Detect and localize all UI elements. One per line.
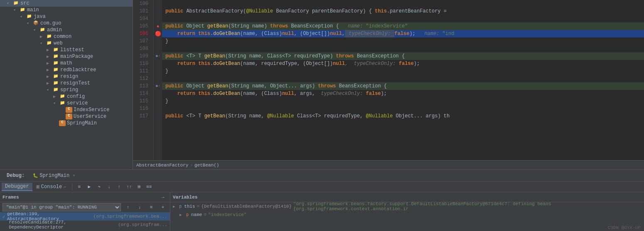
type-obj-117: Object	[396, 112, 414, 120]
var-item-this[interactable]: ▶ p this = {DefaultListableBeanFactory@1…	[170, 202, 644, 211]
tree-arrow-redblacktree: ▶	[47, 67, 52, 72]
tree-item-admin[interactable]: ▾ 📁 admin	[0, 27, 133, 33]
tree-item-indexservice[interactable]: C IndexService	[0, 107, 133, 113]
java-icon-indexservice: C	[66, 107, 72, 113]
indent-106	[165, 30, 177, 37]
kw-this-106: this	[198, 30, 210, 37]
btn-settings[interactable]: ≡≡	[145, 183, 154, 191]
kw-public-113: public	[165, 82, 186, 90]
frames-header: Frames →	[0, 192, 170, 202]
folder-icon-resigntest: 📁	[52, 80, 59, 86]
debug-close-icon[interactable]: ✕	[73, 173, 75, 178]
gutter-107	[154, 37, 162, 45]
comma2-106: ,	[342, 30, 345, 37]
btn-thread-down[interactable]: ↓	[135, 203, 144, 211]
tree-item-resigntest[interactable]: ▶ 📁 resignTest	[0, 80, 133, 87]
frame-class-getbean: (org.springframework.bea...	[93, 214, 167, 219]
gutter-110	[154, 60, 162, 67]
tree-item-redblacktree[interactable]: ▶ 📁 redblacktree	[0, 67, 133, 73]
gutter-104	[154, 15, 162, 22]
var-eq-this: =	[197, 204, 200, 209]
tree-item-listtest[interactable]: ▶ 📁 listtest	[0, 47, 133, 53]
btn-step-into[interactable]: ↓	[105, 183, 114, 191]
method-getbean-105: getBean	[207, 22, 228, 30]
tree-item-main[interactable]: ▾ 📁 main	[0, 7, 133, 13]
type-string-105: String	[231, 22, 252, 30]
frames-list: "main"@1 in group "main": RUNNING ↑ ↓ ≡ …	[0, 202, 170, 231]
frame-name-resolvecandidate: resolveCandidate:277, DependencyDescript…	[9, 220, 118, 230]
folder-icon-admin: 📁	[39, 27, 46, 33]
type-string-117: String	[228, 112, 249, 120]
btn-rerun[interactable]: ≡	[75, 183, 84, 191]
tree-item-common[interactable]: ▶ 📁 common	[0, 33, 133, 40]
tree-label-mainpackage: mainPackage	[60, 54, 93, 60]
btn-step-out[interactable]: ↑	[115, 183, 124, 191]
var-item-name[interactable]: ▶ p name = "indexService"	[170, 211, 644, 219]
ln-117: 117	[133, 112, 150, 120]
type-class-117: Class	[297, 112, 312, 120]
debug-session-icon: 🐛	[33, 173, 38, 178]
tree-item-math[interactable]: ▶ 📁 math	[0, 60, 133, 67]
tree-label-math: math	[60, 60, 72, 66]
btn-step-over[interactable]: ↷	[95, 183, 104, 191]
variables-panel: Variables ▶ p this = {DefaultListableBea…	[170, 192, 644, 231]
hint-type-110: , typeCheckOnly:	[345, 60, 399, 67]
indent-114	[165, 90, 177, 97]
tree-item-spring[interactable]: ▾ 📁 spring	[0, 87, 133, 93]
generic2-117: <T> requiredType,	[312, 112, 366, 120]
tree-item-src[interactable]: ▾ 📁 src	[0, 0, 133, 7]
frame-item-resolvecandidate[interactable]: resolveCandidate:277, DependencyDescript…	[0, 221, 170, 229]
btn-thread-add[interactable]: +	[158, 203, 167, 211]
btn-thread-up[interactable]: ↑	[123, 203, 133, 211]
hint-name-106: name:	[415, 30, 442, 37]
btn-frame-up[interactable]: →	[158, 193, 167, 201]
tree-arrow-src: ▾	[7, 1, 12, 6]
thread-select[interactable]: "main"@1 in group "main": RUNNING	[2, 203, 121, 211]
btn-resume[interactable]: ▶	[85, 183, 94, 191]
tree-item-java[interactable]: ▾ 📁 java	[0, 13, 133, 20]
method-dogetbean-106: doGetBean	[213, 30, 240, 37]
kw-public-105: public	[165, 22, 186, 30]
folder-icon-math: 📁	[52, 60, 59, 66]
folder-icon-redblacktree: 📁	[52, 67, 59, 73]
gutter-115	[154, 97, 162, 105]
btn-run-cursor[interactable]: ↑↑	[125, 183, 134, 191]
sig-109: (	[225, 52, 228, 60]
var-name-this: this	[184, 204, 195, 209]
tree-item-web[interactable]: ▾ 📁 web	[0, 40, 133, 47]
tree-item-service[interactable]: ▾ 📁 service	[0, 100, 133, 107]
tree-arrow-service: ▾	[53, 101, 59, 106]
code-line-101: public AbstractBeanFactory( @Nullable Be…	[162, 7, 644, 15]
tab-console[interactable]: ▦ Console ↵	[33, 183, 69, 191]
breadcrumb-method: getBean()	[194, 163, 219, 168]
tree-item-resign[interactable]: ▶ 📁 resign	[0, 73, 133, 80]
tree-label-redblacktree: redblacktree	[60, 67, 96, 73]
args-106: (name, (Class)	[240, 30, 282, 37]
gutter-108	[154, 45, 162, 52]
java-icon-userservice: C	[66, 114, 72, 119]
debug-toolbar: Debugger ▦ Console ↵ ≡ ▶ ↷ ↓ ↑ ↑↑ ⊞ ≡≡	[0, 181, 644, 192]
breakpoint-bookmark-106: 🔴	[155, 31, 161, 37]
tree-label-main: main	[27, 7, 39, 13]
breadcrumb: AbstractBeanFactory › getBean()	[133, 160, 644, 169]
frame-item-getbean[interactable]: ✓ getBean:199, AbstractBeanFactory (org.…	[0, 212, 170, 221]
tree-arrow-java: ▾	[20, 14, 26, 19]
tab-debugger[interactable]: Debugger	[2, 183, 32, 191]
tree-item-mainpackage[interactable]: ▶ 📁 mainPackage	[0, 53, 133, 60]
btn-thread-filter[interactable]: ≡	[147, 203, 156, 211]
tree-label-comguo: com.guo	[40, 20, 61, 26]
tree-item-springmain[interactable]: C SpringMain	[0, 120, 133, 127]
debug-session-tab[interactable]: 🐛 SpringMain ✕	[29, 172, 78, 179]
brace-111: }	[165, 67, 168, 75]
tree-label-common: common	[54, 34, 71, 40]
tree-arrow-resign: ▶	[47, 74, 52, 79]
tree-item-config[interactable]: ▶ 📁 config	[0, 93, 133, 100]
variables-title: Variables	[173, 195, 197, 200]
console-tab-label: Console	[41, 184, 62, 190]
folder-icon-service: 📁	[59, 100, 66, 106]
tree-item-userservice[interactable]: C UserService	[0, 113, 133, 120]
btn-frames[interactable]: ⊞	[135, 183, 144, 191]
sig-113: (	[228, 82, 231, 90]
tree-item-comguo[interactable]: ▾ 📦 com.guo	[0, 20, 133, 27]
tree-label-java: java	[34, 14, 46, 20]
